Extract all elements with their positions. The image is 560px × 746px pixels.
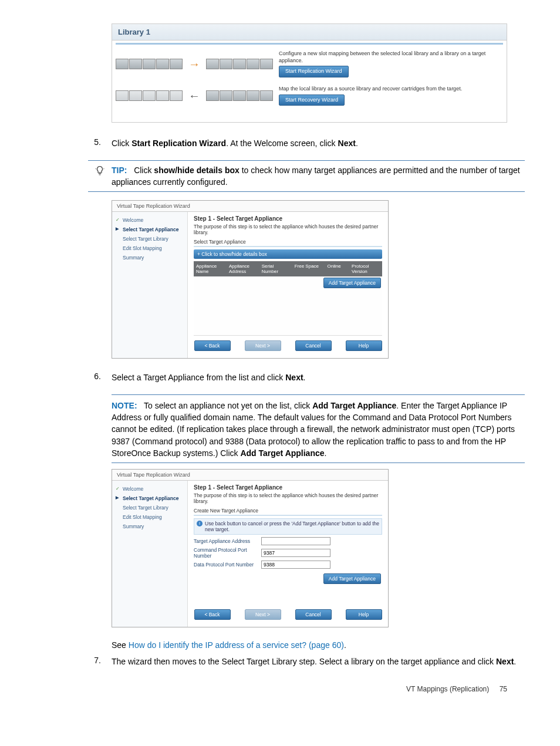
- step-7: 7. The wizard then moves to the Select T…: [35, 656, 525, 667]
- library-panel-title: Library 1: [112, 24, 507, 40]
- add-target-appliance-button[interactable]: Add Target Appliance: [323, 278, 381, 288]
- footer-page: 75: [500, 685, 507, 693]
- back-button[interactable]: < Back: [194, 340, 231, 351]
- arrow-left-icon: ←: [188, 89, 200, 103]
- wizard2-title: Virtual Tape Replication Wizard: [112, 470, 388, 481]
- recovery-row: ← Map the local library as a source libr…: [116, 86, 503, 106]
- command-port-row: Command Protocol Port Number: [194, 547, 382, 559]
- step-text: Click Start Replication Wizard. At the W…: [112, 137, 525, 149]
- wizard1-buttons: < Back Next > Cancel Help: [194, 336, 382, 352]
- tip-callout: TIP: Click show/hide details box to chec…: [88, 160, 525, 193]
- see-line: See How do I identify the IP address of …: [112, 640, 525, 650]
- wizard2-desc: The purpose of this step is to select th…: [194, 492, 382, 504]
- ip-address-link[interactable]: How do I identify the IP address of a se…: [129, 640, 344, 650]
- wizard1-nav: Welcome Select Target Appliance Select T…: [112, 212, 188, 358]
- wizard1-desc: The purpose of this step is to select th…: [194, 224, 382, 235]
- data-port-input[interactable]: [261, 561, 330, 569]
- step-6: 6. Select a Target Appliance from the li…: [35, 372, 525, 383]
- wizard2-subhead: Create New Target Appliance: [194, 508, 382, 514]
- wizard-nav-item[interactable]: Welcome: [114, 215, 185, 225]
- wizard-nav-item[interactable]: Welcome: [114, 484, 185, 494]
- wizard1-step-title: Step 1 - Select Target Appliance: [194, 215, 382, 222]
- wizard-nav-item[interactable]: Select Target Appliance: [114, 494, 185, 503]
- wizard-nav-item[interactable]: Select Target Library: [114, 503, 185, 512]
- toggle-details-button[interactable]: + Click to show/hide details box: [194, 249, 382, 259]
- info-bar: i Use back button to cancel or press the…: [194, 518, 382, 535]
- info-icon: i: [197, 521, 203, 526]
- add-target-appliance-button[interactable]: Add Target Appliance: [323, 573, 381, 584]
- arrow-right-icon: →: [188, 58, 200, 71]
- tip-label: TIP:: [112, 166, 127, 175]
- wizard-screenshot-1: Virtual Tape Replication Wizard Welcome …: [112, 200, 389, 359]
- step-5: 5. Click Start Replication Wizard. At th…: [35, 137, 525, 149]
- tape-icon-right: [206, 59, 273, 69]
- wizard1-table-header: Appliance Name Appliance Address Serial …: [194, 261, 382, 276]
- step-text: The wizard then moves to the Select Targ…: [112, 656, 525, 667]
- next-button[interactable]: Next >: [245, 340, 281, 351]
- step-number: 6.: [35, 372, 112, 383]
- tape-icon-left: [116, 59, 183, 69]
- library-panel: Library 1 → Configure a new slot mapping…: [112, 23, 507, 123]
- wizard-nav-item[interactable]: Summary: [114, 253, 185, 262]
- target-address-row: Target Appliance Address: [194, 537, 382, 545]
- tape-icon-right-2: [206, 90, 273, 101]
- note-label: NOTE:: [112, 401, 137, 410]
- page-footer: VT Mappings (Replication) 75: [35, 685, 525, 693]
- replication-row: → Configure a new slot mapping between t…: [116, 50, 503, 77]
- wizard-nav-item[interactable]: Edit Slot Mapping: [114, 512, 185, 522]
- back-button[interactable]: < Back: [194, 609, 231, 620]
- help-button[interactable]: Help: [346, 340, 382, 351]
- tip-icon: [88, 164, 112, 188]
- wizard-nav-item[interactable]: Summary: [114, 522, 185, 531]
- wizard-screenshot-2: Virtual Tape Replication Wizard Welcome …: [112, 469, 389, 627]
- wizard-nav-item[interactable]: Select Target Library: [114, 234, 185, 244]
- wizard2-buttons: < Back Next > Cancel Help: [194, 605, 382, 621]
- cancel-button[interactable]: Cancel: [295, 340, 332, 351]
- start-recovery-wizard-button[interactable]: Start Recovery Wizard: [279, 94, 345, 106]
- cancel-button[interactable]: Cancel: [295, 609, 332, 620]
- wizard-nav-item[interactable]: Select Target Appliance: [114, 225, 185, 234]
- command-port-input[interactable]: [261, 549, 330, 557]
- wizard2-step-title: Step 1 - Select Target Appliance: [194, 484, 382, 491]
- tape-icon-left-gray: [116, 90, 183, 101]
- wizard1-title: Virtual Tape Replication Wizard: [112, 201, 388, 212]
- step-number: 7.: [35, 656, 112, 667]
- step-number: 5.: [35, 137, 112, 149]
- data-port-row: Data Protocol Port Number: [194, 561, 382, 569]
- next-button[interactable]: Next >: [245, 609, 281, 620]
- wizard1-subhead: Select Target Appliance: [194, 239, 382, 245]
- target-address-input[interactable]: [261, 537, 330, 545]
- help-button[interactable]: Help: [346, 609, 382, 620]
- note-callout: NOTE: To select an appliance not yet on …: [112, 394, 525, 463]
- start-replication-wizard-button[interactable]: Start Replication Wizard: [279, 66, 349, 77]
- recovery-desc: Map the local library as a source librar…: [279, 86, 503, 93]
- wizard1-table-body: Add Target Appliance: [194, 276, 382, 336]
- wizard-nav-item[interactable]: Edit Slot Mapping: [114, 244, 185, 253]
- footer-section: VT Mappings (Replication): [406, 685, 489, 693]
- replication-desc: Configure a new slot mapping between the…: [279, 50, 503, 64]
- wizard2-nav: Welcome Select Target Appliance Select T…: [112, 481, 188, 627]
- step-text: Select a Target Appliance from the list …: [112, 372, 525, 383]
